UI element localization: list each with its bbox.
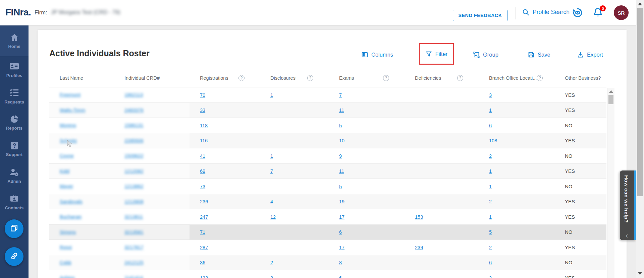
sidebar-item-support[interactable]: ?Support [0,136,29,162]
sidebar-item-reports[interactable]: Reports [0,109,29,136]
last-name-link[interactable]: Simons [60,229,76,235]
crd-link[interactable]: 3213581 [124,229,143,235]
column-header-disclosures[interactable]: Disclosures? [260,75,329,81]
branch-offices-link[interactable]: 1 [489,108,492,113]
filter-button[interactable]: Filter [425,51,448,58]
registrations-link[interactable]: 247 [200,214,208,220]
registrations-link[interactable]: 116 [200,138,208,143]
sidebar-item-requests[interactable]: Requests [0,83,29,109]
crd-link[interactable]: 1213908 [124,199,143,204]
branch-offices-link[interactable]: 1 [489,214,492,220]
page-scrollbar[interactable] [636,0,644,278]
last-name-link[interactable]: Kidd [60,168,69,174]
exams-link[interactable]: 17 [339,245,344,250]
last-name-link[interactable]: Coyne [60,153,74,158]
last-name-link[interactable]: Mayer [60,184,73,189]
disclosures-link[interactable]: 2 [270,260,273,265]
registrations-link[interactable]: 287 [200,245,208,250]
branch-offices-link[interactable]: 6 [489,123,492,128]
exams-link[interactable]: 6 [339,275,342,278]
sidebar-item-admin[interactable]: Admin [0,162,29,189]
registrations-link[interactable]: 41 [200,153,205,159]
crd-link[interactable]: 3217817 [124,245,143,250]
deficiencies-link[interactable]: 239 [415,245,423,250]
column-header-branch[interactable]: Branch Office Locati...? [479,75,554,81]
columns-button[interactable]: Columns [361,51,393,58]
branch-offices-link[interactable]: 1 [489,184,492,189]
sidebar-item-contacts[interactable]: Contacts [0,189,29,215]
profile-search[interactable]: Profile Search [522,8,570,16]
registrations-link[interactable]: 33 [200,108,205,113]
exams-link[interactable]: 8 [339,260,342,265]
last-name-link[interactable]: Freemont [60,92,80,97]
help-tab[interactable]: How can we help? ‹ [620,170,636,240]
crd-link[interactable]: 1586131 [124,123,143,128]
column-header-deficiencies[interactable]: Deficiencies? [405,75,479,81]
branch-offices-link[interactable]: 2 [489,245,492,250]
disclosures-link[interactable]: 2 [270,275,273,278]
help-icon[interactable]: ? [238,75,245,81]
column-header-other[interactable]: Other Business? [554,75,616,81]
exams-link[interactable]: 5 [339,123,342,128]
exams-link[interactable]: 6 [339,229,342,235]
last-name-link[interactable]: Walts-Timm [60,108,85,113]
registrations-link[interactable]: 71 [200,229,205,235]
crd-link[interactable]: 1213862 [124,184,143,189]
branch-offices-link[interactable]: 2 [489,275,492,278]
exams-link[interactable]: 11 [339,168,344,174]
last-name-link[interactable]: Buchanan [60,214,82,219]
registrations-link[interactable]: 70 [200,92,205,98]
disclosures-link[interactable]: 1 [270,153,273,159]
page-scroll-up-arrow[interactable] [638,2,642,5]
send-feedback-button[interactable]: SEND FEEDBACK [453,10,507,21]
last-name-link[interactable]: Moreno [60,123,76,128]
last-name-link[interactable]: Ashton [60,275,75,278]
disclosures-link[interactable]: 7 [270,168,273,174]
branch-offices-link[interactable]: 3 [489,92,492,98]
export-button[interactable]: Export [577,51,603,58]
exams-link[interactable]: 5 [339,184,342,189]
last-name-link[interactable]: Sandovals [60,199,83,204]
registrations-link[interactable]: 133 [200,275,208,278]
branch-offices-link[interactable]: 1 [489,168,492,174]
column-header-last_name[interactable]: Last Name [49,75,114,81]
crd-link[interactable]: 2412125 [124,260,143,265]
table-scroll-thumb[interactable] [608,95,613,104]
page-scroll-thumb[interactable] [637,8,643,196]
branch-offices-link[interactable]: 6 [489,260,492,265]
help-icon[interactable]: ? [537,75,543,81]
exams-link[interactable]: 11 [339,108,344,113]
branch-offices-link[interactable]: 108 [489,138,497,143]
branch-offices-link[interactable]: 2 [489,199,492,204]
crd-link[interactable]: 1509622 [124,153,143,158]
windows-fab-button[interactable] [5,219,23,238]
save-button[interactable]: Save [528,51,550,58]
crd-link[interactable]: 1862113 [124,92,143,97]
registrations-link[interactable]: 69 [200,168,205,174]
link-fab-button[interactable] [5,247,23,266]
registrations-link[interactable]: 73 [200,184,205,189]
registrations-link[interactable]: 236 [200,199,208,204]
exams-link[interactable]: 7 [339,92,342,98]
disclosures-link[interactable]: 1 [270,92,273,98]
help-icon[interactable]: ? [307,75,313,81]
page-scroll-down-arrow[interactable] [638,272,642,275]
exams-link[interactable]: 10 [339,138,344,143]
group-button[interactable]: Group [473,51,498,58]
help-icon[interactable]: ? [457,75,463,81]
sidebar-item-home[interactable]: Home [0,25,29,56]
last-name-link[interactable]: Cobb [60,260,71,265]
crd-link[interactable]: 1141414 [124,275,143,278]
crd-link[interactable]: 2483376 [124,108,143,113]
disclosures-link[interactable]: 4 [270,199,273,204]
column-header-exams[interactable]: Exams? [329,75,405,81]
exams-link[interactable]: 17 [339,214,344,220]
exams-link[interactable]: 9 [339,153,342,159]
registrations-link[interactable]: 36 [200,260,205,265]
crd-link[interactable]: 1212082 [124,168,143,174]
crd-link[interactable]: 3213811 [124,214,143,219]
column-header-registrations[interactable]: Registrations? [190,75,260,81]
branch-offices-link[interactable]: 2 [489,153,492,159]
history-icon[interactable] [572,7,584,20]
sidebar-item-profiles[interactable]: Profiles [0,56,29,83]
